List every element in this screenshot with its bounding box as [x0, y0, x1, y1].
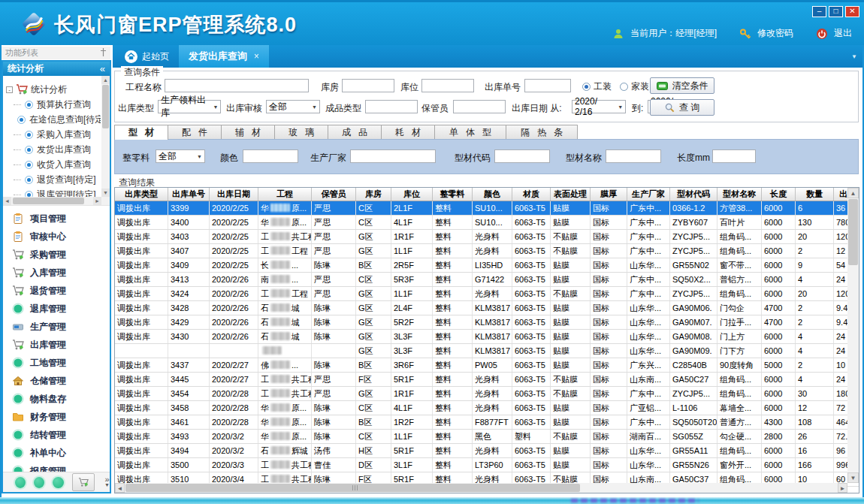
sidebar-item-财务管理[interactable]: 财务管理 — [3, 408, 110, 426]
scroll-up-icon[interactable]: ▲ — [101, 76, 110, 84]
table-row[interactable]: 调拨出库34242020/2/26工工程严思G区1L1F整料光身料6063-T5… — [115, 287, 859, 301]
project-name-input[interactable] — [165, 79, 309, 92]
table-row[interactable]: 调拨出库34072020/2/25工工程严思G区1L1F整料光身料6063-T5… — [115, 244, 859, 258]
pin-icon[interactable] — [100, 48, 107, 56]
column-header-出库单号[interactable]: 出库单号 — [168, 188, 210, 201]
scroll-down-icon[interactable]: ▼ — [847, 472, 859, 483]
scrollbar-thumb[interactable] — [848, 199, 858, 265]
category-tab-玻璃[interactable]: 玻璃 — [274, 125, 328, 139]
table-row[interactable]: 调拨出库34932020/3/2华原...陈琳C区1L1F整料黑色塑料不贴膜国标… — [115, 430, 859, 444]
radio-jiazhuang[interactable]: 家装 — [620, 80, 649, 93]
column-header-材质[interactable]: 材质 — [512, 188, 551, 201]
search-button[interactable]: 查 询 — [650, 99, 714, 116]
grid-horizontal-scrollbar[interactable]: ◄ ► — [115, 483, 847, 493]
column-header-出库日期[interactable]: 出库日期 — [210, 188, 258, 201]
profile-name-input[interactable] — [606, 149, 661, 163]
radio-gongzhuang[interactable]: 工装 — [582, 80, 612, 93]
table-row[interactable]: 调拨出库34582020/2/28华原...陈琳C区4L1F整料光身料6063-… — [115, 401, 859, 415]
grid-vertical-scrollbar[interactable]: ▲ ▼ — [847, 188, 859, 483]
tree-item[interactable]: 预算执行查询 — [14, 97, 101, 112]
change-password-link[interactable]: 修改密码 — [757, 27, 793, 40]
collapse-icon[interactable]: « — [100, 62, 105, 76]
column-header-保管员[interactable]: 保管员 — [312, 188, 356, 201]
category-tab-隔热条[interactable]: 隔热条 — [506, 125, 578, 139]
sidebar-item-工地管理[interactable]: 工地管理 — [3, 354, 110, 372]
sidebar-item-退库管理[interactable]: 退库管理 — [3, 300, 110, 318]
column-header-工程[interactable]: 工程 — [258, 188, 312, 201]
column-header-表面处理[interactable]: 表面处理 — [551, 188, 591, 201]
color-input[interactable] — [243, 149, 298, 163]
sidebar-item-退货管理[interactable]: 退货管理 — [3, 282, 110, 300]
category-tab-辅材[interactable]: 辅材 — [221, 125, 275, 139]
clear-conditions-button[interactable]: 清空条件 — [650, 77, 714, 94]
tree-item[interactable]: 采购入库查询 — [14, 127, 101, 142]
tree-item[interactable]: 在途信息查询[待定] — [14, 112, 101, 127]
tab-shipping-outbound-query[interactable]: 发货出库查询 × — [179, 45, 269, 68]
whole-piece-select[interactable]: 全部 ▼ — [156, 149, 205, 163]
keeper-input[interactable] — [453, 100, 506, 113]
close-button[interactable]: ✕ — [845, 6, 859, 17]
maximize-button[interactable]: □ — [829, 6, 843, 17]
date-from-picker[interactable]: 2020/ 2/16 ▼ — [572, 100, 626, 113]
sidebar-item-入库管理[interactable]: 入库管理 — [3, 264, 110, 282]
scroll-right-icon[interactable]: ► — [93, 197, 101, 205]
category-tab-配件[interactable]: 配件 — [168, 125, 222, 139]
category-tab-型材[interactable]: 型材 — [114, 125, 168, 140]
profile-code-input[interactable] — [494, 149, 550, 163]
table-row[interactable]: 调拨出库34032020/2/25工共工程严思G区1R1F整料光身料6063-T… — [115, 230, 859, 244]
out-type-select[interactable]: 生产领料出库 ▼ — [158, 100, 221, 113]
table-row[interactable]: 调拨出库34452020/2/27工共工程严思F区5R1F整料光身料6063-T… — [115, 373, 859, 387]
table-row[interactable]: 调拨出库34942020/3/2石辉城汤伟H区5R1F整料光身料6063-T5贴… — [115, 444, 859, 458]
module-dot-button[interactable] — [15, 477, 26, 488]
category-tab-耗材[interactable]: 耗材 — [381, 125, 435, 139]
table-row[interactable]: 调拨出库34282020/2/26石城陈琳G区2L4F整料KLM38176063… — [115, 301, 859, 315]
tree-vertical-scrollbar[interactable]: ▲ ▼ — [101, 76, 110, 197]
table-row[interactable]: 调拨出库34542020/2/28工共工程严思G区1R1F整料光身料6063-T… — [115, 387, 859, 401]
column-header-出库类型[interactable]: 出库类型 — [115, 188, 168, 201]
sidebar-item-补单中心[interactable]: 补单中心 — [3, 444, 110, 462]
tree-item[interactable]: 退货查询[待定] — [14, 172, 101, 187]
table-row[interactable]: 调拨出库34292020/2/26石城陈琳G区5R2F整料KLM38176063… — [115, 315, 859, 330]
table-row[interactable]: G区3L3F整料KLM38176063-T5贴膜国标山东华...GA90M09.… — [115, 344, 859, 358]
scrollbar-thumb[interactable] — [13, 198, 84, 204]
table-row[interactable]: 调拨出库35002020/3/3工共工程曹佳D区3L1F整料LT3P606063… — [115, 458, 859, 472]
table-row[interactable]: 调拨出库34092020/2/25长...陈琳B区2R5F整料LI35HD606… — [115, 258, 859, 273]
sidebar-item-生产管理[interactable]: 生产管理 — [3, 318, 110, 336]
cart-module-button[interactable] — [72, 473, 95, 491]
maker-input[interactable] — [350, 149, 436, 163]
table-row[interactable]: 调拨出库34372020/2/27佛...陈琳B区3R6F整料PW056063-… — [115, 358, 859, 373]
scroll-left-icon[interactable]: ◄ — [115, 483, 125, 493]
column-header-长度[interactable]: 长度 — [762, 188, 796, 201]
sidebar-item-结转管理[interactable]: 结转管理 — [3, 426, 110, 444]
column-header-库位[interactable]: 库位 — [391, 188, 433, 201]
column-header-型材名称[interactable]: 型材名称 — [717, 188, 762, 201]
tab-home[interactable]: 起始页 — [117, 45, 177, 68]
sidebar-item-采购管理[interactable]: 采购管理 — [3, 246, 110, 264]
scrollbar-thumb[interactable] — [102, 85, 109, 128]
sidebar-section-header[interactable]: 统计分析 « — [3, 62, 110, 76]
tree-horizontal-scrollbar[interactable]: ◄ ► — [3, 197, 110, 205]
tab-close-icon[interactable]: × — [254, 51, 259, 62]
table-row[interactable]: 调拨出库33992020/2/25华原...严思C区2L1F整料SU10...6… — [115, 201, 859, 216]
tree-root[interactable]: - 统计分析 — [6, 82, 67, 97]
column-header-数量[interactable]: 数量 — [796, 188, 834, 201]
out-audit-select[interactable]: 全部 ▼ — [266, 100, 320, 113]
product-type-input[interactable] — [365, 100, 418, 113]
order-no-input[interactable] — [524, 79, 571, 92]
more-modules-button[interactable]: » ▼ — [104, 476, 110, 488]
table-row[interactable]: 调拨出库34612020/2/28华原...陈琳B区1R2F整料F8877FT6… — [115, 415, 859, 430]
scroll-left-icon[interactable]: ◄ — [3, 197, 11, 205]
column-header-整零料[interactable]: 整零料 — [433, 188, 473, 201]
sidebar-item-审核中心[interactable]: 审核中心 — [3, 228, 110, 246]
location-input[interactable] — [421, 79, 474, 92]
table-row[interactable]: 调拨出库34002020/2/25华原...严思C区4L1F整料SU10...6… — [115, 216, 859, 230]
tree-item[interactable]: 收货入库查询 — [14, 157, 101, 172]
column-header-膜厚[interactable]: 膜厚 — [591, 188, 627, 201]
logout-link[interactable]: 退出 — [834, 27, 852, 40]
scroll-down-icon[interactable]: ▼ — [101, 189, 110, 197]
column-header-生产厂家[interactable]: 生产厂家 — [627, 188, 670, 201]
length-input[interactable] — [712, 149, 756, 163]
tab-overflow-icon[interactable]: ▼ — [851, 53, 857, 60]
sidebar-item-物料盘存[interactable]: 物料盘存 — [3, 390, 110, 408]
tree-item[interactable]: 发货出库查询 — [14, 142, 101, 157]
